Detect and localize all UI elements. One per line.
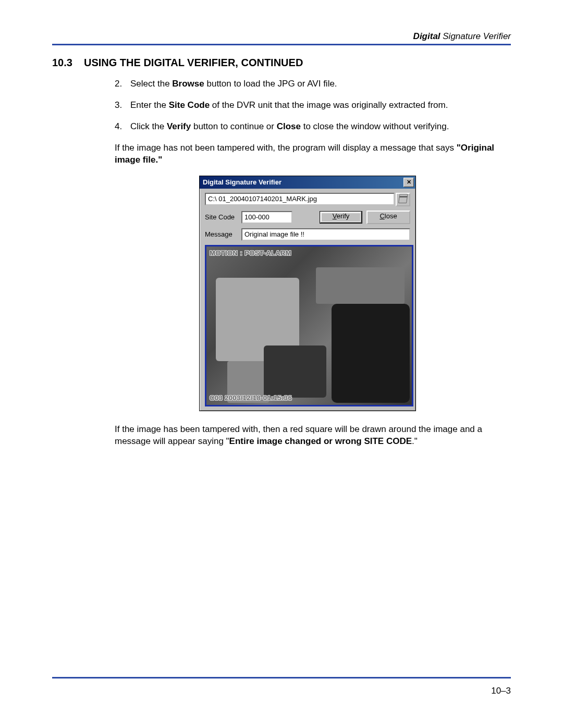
- section-heading: 10.3 USING THE DIGITAL VERIFIER, CONTINU…: [52, 57, 511, 69]
- step-4: 4. Click the Verify button to continue o…: [115, 121, 500, 133]
- section-number: 10.3: [52, 57, 72, 69]
- overlay-motion-label: MOTION : POST-ALARM: [210, 249, 291, 258]
- site-code-input[interactable]: 100-000: [241, 211, 292, 224]
- dialog-titlebar[interactable]: Digital Signature Verifier ✕: [200, 176, 415, 189]
- step-number: 3.: [115, 100, 124, 112]
- paragraph-original: If the image has not been tampered with,…: [115, 142, 500, 166]
- message-output: Original image file !!: [241, 228, 410, 241]
- step-text: Click the Verify button to continue or C…: [130, 121, 449, 133]
- step-text: Select the Browse button to load the JPG…: [130, 78, 337, 90]
- section-title: USING THE DIGITAL VERIFIER, CONTINUED: [84, 57, 303, 69]
- bottom-rule: [52, 677, 511, 678]
- step-3: 3. Enter the Site Code of the DVR unit t…: [115, 100, 500, 112]
- file-path-input[interactable]: C:\ 01_20040107140201_MARK.jpg: [205, 193, 395, 205]
- message-label: Message: [205, 230, 237, 239]
- step-number: 4.: [115, 121, 124, 133]
- page-number: 10–3: [491, 686, 511, 696]
- verifier-dialog: Digital Signature Verifier ✕ C:\ 01_2004…: [199, 176, 416, 411]
- step-2: 2. Select the Browse button to load the …: [115, 78, 500, 90]
- folder-icon: [398, 196, 408, 203]
- top-rule: [52, 44, 511, 45]
- close-button[interactable]: Close: [366, 211, 410, 224]
- close-icon[interactable]: ✕: [403, 178, 414, 187]
- header-rest: Signature Verifier: [440, 31, 511, 41]
- header-text: Digital Signature Verifier: [52, 31, 511, 42]
- paragraph-tampered: If the image has been tampered with, the…: [115, 424, 500, 448]
- step-text: Enter the Site Code of the DVR unit that…: [130, 100, 448, 112]
- dialog-title: Digital Signature Verifier: [203, 178, 282, 187]
- verify-button[interactable]: Verify: [320, 211, 362, 224]
- verified-image-preview: MOTION : POST-ALARM C03 2003/12/18-01:15…: [205, 245, 413, 406]
- file-path-row: C:\ 01_20040107140201_MARK.jpg: [205, 193, 410, 206]
- site-code-label: Site Code: [205, 213, 237, 222]
- browse-button[interactable]: [396, 193, 410, 206]
- overlay-timestamp: C03 2003/12/18-01:15:36: [210, 393, 292, 403]
- step-number: 2.: [115, 78, 124, 90]
- header-bold: Digital: [413, 31, 440, 41]
